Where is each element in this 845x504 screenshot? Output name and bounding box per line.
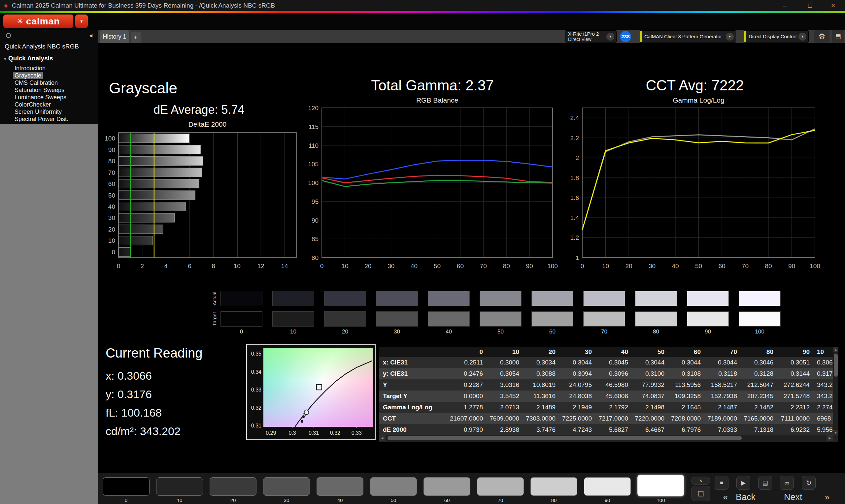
play-icon: ▶ [741, 479, 746, 487]
meter-dropdown[interactable]: X-Rite i1Pro 2 Direct View ▼ [565, 30, 617, 42]
sidebar-item-spectral-power-dist[interactable]: Spectral Power Dist. [0, 115, 98, 123]
scroll-up-button[interactable]: ▲ [833, 347, 839, 352]
pattern-generator-label: CalMAN Client 3 Pattern Generator [642, 34, 722, 39]
display-control-dropdown[interactable]: Direct Display Control ▼ [744, 30, 809, 42]
pattern-generator-dropdown[interactable]: CalMAN Client 3 Pattern Generator ▼ [640, 30, 736, 42]
svg-text:90: 90 [526, 263, 533, 269]
sidebar-item-grayscale[interactable]: Grayscale [0, 72, 98, 79]
settings-button[interactable]: ⚙ [814, 30, 829, 42]
sidebar-item-cms-calibration[interactable]: CMS Calibration [0, 79, 98, 86]
level-patch-10[interactable] [156, 477, 203, 496]
table-cell: 212.5047 [740, 379, 777, 391]
table-cell: 6968 [813, 413, 836, 424]
tab-add[interactable]: + [131, 32, 141, 43]
back-button[interactable]: Back [736, 492, 756, 502]
next-chevron-button[interactable]: » [820, 492, 834, 502]
svg-text:10: 10 [602, 263, 609, 269]
sidebar-item-colorchecker[interactable]: ColorChecker [0, 101, 98, 108]
table-cell: 7225.0000 [559, 413, 595, 424]
level-patch-label: 60 [423, 498, 470, 503]
table-cell: 0.3096 [595, 368, 631, 379]
vscroll-thumb[interactable] [834, 354, 838, 377]
table-cell: 343.2 [813, 379, 836, 391]
swatch-level-label: 90 [687, 328, 729, 335]
table-cell: 7220.0000 [631, 413, 668, 424]
meter-dropdown-arrow[interactable]: ▼ [606, 33, 614, 40]
scroll-down-button[interactable]: ▼ [833, 430, 839, 435]
play-button[interactable]: ▶ [736, 476, 750, 490]
titlebar: ◆ Calman 2025 Calman Ultimate for Busine… [0, 0, 845, 11]
svg-text:1.8: 1.8 [570, 175, 579, 181]
window-title: Calman 2025 Calman Ultimate for Business… [12, 0, 275, 11]
svg-text:40: 40 [108, 203, 115, 210]
svg-text:0: 0 [581, 263, 584, 269]
scroll-left-button[interactable]: ◀ [379, 435, 386, 441]
calman-logo[interactable]: ✳ calman [3, 15, 73, 28]
level-patch-70[interactable] [477, 477, 524, 496]
table-vscrollbar[interactable]: ▲ ▼ [833, 347, 839, 435]
pattern-dropdown-arrow[interactable]: ▼ [726, 33, 734, 40]
app-diamond-icon: ◆ [4, 0, 8, 11]
table-cell: 0.3100 [631, 368, 668, 379]
panel-button[interactable]: ▤ [832, 30, 844, 42]
logo-dropdown-button[interactable]: ▼ [75, 15, 88, 28]
scroll-right-button[interactable]: ▶ [827, 435, 833, 441]
display-dropdown-arrow[interactable]: ▼ [798, 33, 806, 40]
table-cell: 46.5980 [595, 379, 631, 391]
table-cell: 2.2312 [777, 402, 813, 413]
svg-text:2: 2 [575, 155, 579, 161]
infinity-button[interactable]: ∞ [780, 476, 794, 490]
table-cell: 0.3000 [486, 357, 523, 368]
level-patch-40[interactable] [317, 477, 364, 496]
refresh-button[interactable]: ↻ [802, 476, 816, 490]
sidebar-item-screen-uniformity[interactable]: Screen Uniformity [0, 108, 98, 115]
level-patch-0[interactable] [103, 477, 149, 496]
sidebar-root-label: Quick Analysis [8, 55, 53, 62]
current-reading-title: Current Reading [106, 346, 203, 361]
svg-text:50: 50 [695, 263, 702, 269]
sidebar-item-label: Introduction [13, 65, 47, 72]
table-row: Target Y0.00003.545211.361624.803845.600… [379, 391, 839, 402]
minimize-button[interactable]: – [776, 0, 793, 11]
sidebar-item-luminance-sweeps[interactable]: Luminance Sweeps [0, 94, 98, 101]
reading-count-badge[interactable]: 238 [620, 31, 631, 42]
level-patch-50[interactable] [370, 477, 417, 496]
tab-history[interactable]: History 1 [100, 30, 129, 43]
hscroll-thumb[interactable] [388, 436, 742, 440]
level-patch-90[interactable] [584, 477, 631, 496]
next-button[interactable]: Next [784, 492, 803, 502]
table-cell: 45.6006 [595, 391, 631, 402]
close-button[interactable]: × [824, 0, 842, 11]
level-patch-80[interactable] [530, 477, 577, 496]
level-patch-100[interactable] [637, 475, 684, 497]
table-cell: 0.3044 [704, 357, 740, 368]
reading-y: y: 0.3176 [106, 385, 203, 403]
svg-text:10: 10 [234, 263, 241, 269]
stop-button[interactable]: ■ [715, 476, 728, 490]
sidebar-pin-button[interactable] [6, 33, 11, 38]
level-patch-30[interactable] [263, 477, 310, 496]
sidebar-root-item[interactable]: ▾Quick Analysis [4, 55, 53, 62]
svg-text:50: 50 [434, 263, 441, 269]
sidebar-item-saturation-sweeps[interactable]: Saturation Sweeps [0, 86, 98, 94]
meter-mode: Direct View [568, 37, 599, 42]
level-patch-60[interactable] [423, 477, 470, 496]
stack-square-button[interactable]: □ [691, 486, 710, 501]
stack-up-button[interactable]: ∧ [691, 476, 710, 485]
svg-text:100: 100 [810, 263, 820, 269]
sidebar-collapse-button[interactable]: ◀ [87, 31, 95, 40]
gamma-chart: Gamma Log/Log010203040506070809010011.21… [563, 93, 827, 274]
svg-text:60: 60 [108, 180, 115, 187]
target-swatch-90 [687, 311, 729, 326]
back-chevron-button[interactable]: « [719, 492, 733, 502]
display-control-label: Direct Display Control [746, 34, 796, 39]
save-button[interactable]: ▤ [758, 476, 772, 490]
svg-text:RGB Balance: RGB Balance [416, 96, 458, 104]
table-hscrollbar[interactable]: ◀ ▶ [379, 435, 833, 441]
table-cell: 0.2511 [450, 357, 486, 368]
sidebar-item-introduction[interactable]: Introduction [0, 65, 98, 72]
maximize-button[interactable]: □ [802, 0, 818, 11]
table-cell: 2.8938 [486, 424, 523, 435]
svg-text:6: 6 [188, 263, 191, 269]
level-patch-20[interactable] [210, 477, 257, 496]
